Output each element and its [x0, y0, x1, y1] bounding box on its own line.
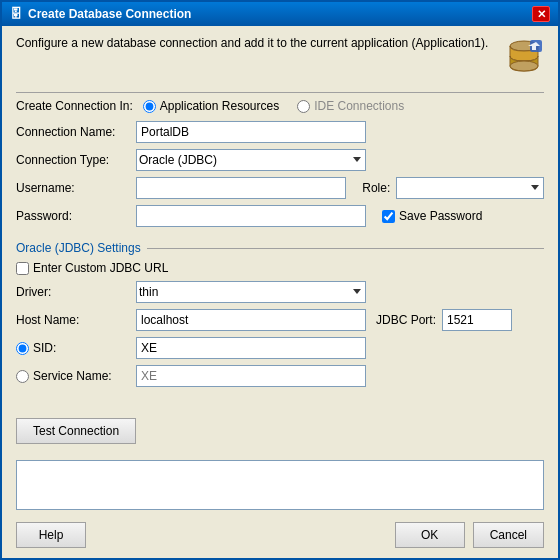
service-name-label-text: Service Name:: [33, 369, 112, 383]
sid-radio-label[interactable]: SID:: [16, 341, 136, 355]
password-row: Password: Save Password: [16, 205, 544, 227]
title-text: Create Database Connection: [28, 7, 191, 21]
app-resources-radio[interactable]: [143, 100, 156, 113]
save-password-checkbox[interactable]: [382, 210, 395, 223]
titlebar: 🗄 Create Database Connection ✕: [2, 2, 558, 26]
connection-name-label: Connection Name:: [16, 125, 136, 139]
service-name-input[interactable]: [136, 365, 366, 387]
custom-jdbc-text: Enter Custom JDBC URL: [33, 261, 168, 275]
password-label: Password:: [16, 209, 136, 223]
app-resources-option[interactable]: Application Resources: [143, 99, 279, 113]
username-input[interactable]: [136, 177, 346, 199]
save-password-text: Save Password: [399, 209, 482, 223]
sid-input[interactable]: [136, 337, 366, 359]
driver-row: Driver: thin oci: [16, 281, 544, 303]
close-button[interactable]: ✕: [532, 6, 550, 22]
custom-jdbc-label[interactable]: Enter Custom JDBC URL: [16, 261, 168, 275]
test-connection-button[interactable]: Test Connection: [16, 418, 136, 444]
test-connection-area: Test Connection: [16, 418, 544, 448]
hostname-port-row: Host Name: JDBC Port:: [16, 309, 544, 331]
title-icon: 🗄: [10, 7, 22, 21]
connection-type-row: Connection Type: Oracle (JDBC) MySQL Pos…: [16, 149, 544, 171]
password-input[interactable]: [136, 205, 366, 227]
username-role-row: Username: Role: SYSDBA SYSOPER: [16, 177, 544, 199]
custom-jdbc-row: Enter Custom JDBC URL: [16, 261, 544, 275]
driver-label: Driver:: [16, 285, 136, 299]
oracle-settings-header: Oracle (JDBC) Settings: [16, 241, 544, 255]
service-name-radio[interactable]: [16, 370, 29, 383]
service-name-radio-label[interactable]: Service Name:: [16, 369, 136, 383]
jdbc-port-label: JDBC Port:: [376, 313, 436, 327]
role-select[interactable]: SYSDBA SYSOPER: [396, 177, 544, 199]
header-section: Configure a new database connection and …: [16, 36, 544, 76]
bottom-buttons: Help OK Cancel: [16, 522, 544, 548]
sid-radio[interactable]: [16, 342, 29, 355]
header-separator: [16, 92, 544, 93]
driver-select[interactable]: thin oci: [136, 281, 366, 303]
ok-button[interactable]: OK: [395, 522, 465, 548]
custom-jdbc-checkbox[interactable]: [16, 262, 29, 275]
right-buttons: OK Cancel: [395, 522, 544, 548]
ide-connections-option[interactable]: IDE Connections: [297, 99, 404, 113]
jdbc-port-input[interactable]: [442, 309, 512, 331]
sid-label-text: SID:: [33, 341, 56, 355]
create-connection-label: Create Connection In:: [16, 99, 133, 113]
ide-connections-radio[interactable]: [297, 100, 310, 113]
sid-row: SID:: [16, 337, 544, 359]
connection-type-select[interactable]: Oracle (JDBC) MySQL PostgreSQL: [136, 149, 366, 171]
database-icon: [504, 36, 544, 76]
spacer: [16, 393, 544, 418]
main-window: 🗄 Create Database Connection ✕ Configure…: [0, 0, 560, 560]
service-name-row: Service Name:: [16, 365, 544, 387]
connection-name-row: Connection Name:: [16, 121, 544, 143]
hostname-input[interactable]: [136, 309, 366, 331]
content-area: Configure a new database connection and …: [2, 26, 558, 558]
header-description: Configure a new database connection and …: [16, 36, 494, 50]
username-label: Username:: [16, 181, 136, 195]
create-connection-in-row: Create Connection In: Application Resour…: [16, 99, 544, 113]
cancel-button[interactable]: Cancel: [473, 522, 544, 548]
save-password-label[interactable]: Save Password: [382, 209, 482, 223]
svg-point-1: [510, 61, 538, 71]
connection-type-label: Connection Type:: [16, 153, 136, 167]
hostname-label: Host Name:: [16, 313, 136, 327]
role-label: Role:: [362, 181, 390, 195]
log-area: [16, 460, 544, 510]
help-button[interactable]: Help: [16, 522, 86, 548]
connection-name-input[interactable]: [136, 121, 366, 143]
